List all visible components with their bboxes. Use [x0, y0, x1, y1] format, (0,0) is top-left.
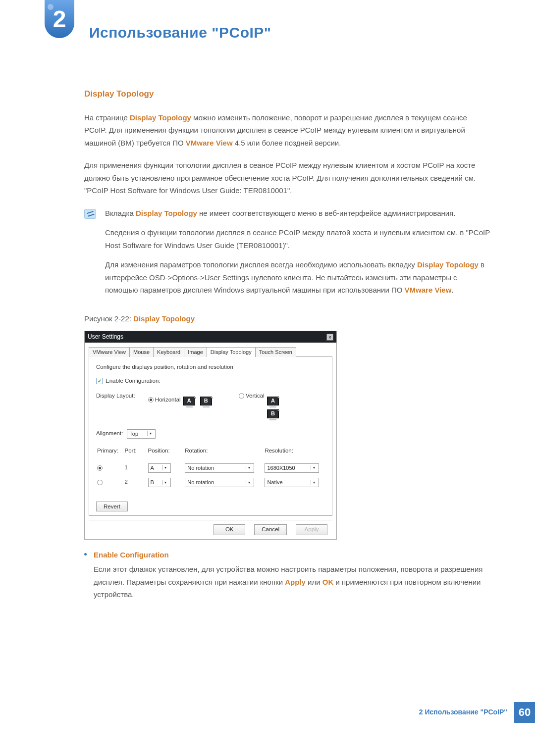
port-value: 2	[125, 476, 147, 489]
tab-touch-screen[interactable]: Touch Screen	[255, 347, 296, 357]
text: Для изменения параметров топологии диспл…	[105, 260, 417, 269]
footer-chapter-ref: 2 Использование "PCoIP"	[419, 706, 514, 718]
display-layout-label: Display Layout:	[96, 393, 135, 400]
text: или	[306, 578, 322, 586]
position-value: B	[151, 479, 154, 486]
tab-mouse[interactable]: Mouse	[129, 347, 154, 357]
tab-row: VMware View Mouse Keyboard Image Display…	[85, 343, 336, 356]
tab-vmware-view[interactable]: VMware View	[89, 347, 130, 357]
note-icon	[84, 209, 96, 219]
tab-keyboard[interactable]: Keyboard	[153, 347, 184, 357]
text: не имеет соответствующего меню в веб-инт…	[197, 209, 456, 217]
chapter-number-badge: 2	[45, 0, 74, 38]
position-select-2[interactable]: B▾	[148, 478, 171, 487]
apply-button[interactable]: Apply	[296, 524, 327, 535]
table-row: 1 A▾ No rotation▾ 1680X1050▾	[97, 461, 324, 475]
resolution-select-1[interactable]: 1680X1050▾	[265, 463, 319, 473]
text: Вкладка	[105, 209, 136, 217]
text: 4.5 или более поздней версии.	[233, 139, 341, 147]
bullet-icon	[84, 553, 87, 555]
figure-caption: Рисунок 2-22: Display Topology	[84, 312, 490, 325]
instruction-text: Configure the displays position, rotatio…	[96, 364, 325, 371]
section-heading: Display Topology	[84, 87, 490, 101]
table-row: 2 B▾ No rotation▾ Native▾	[97, 476, 324, 489]
text: .	[451, 286, 453, 294]
position-value: A	[151, 465, 154, 471]
radio-horizontal[interactable]	[148, 397, 154, 403]
alignment-value: Top	[129, 431, 138, 437]
monitor-a-icon: A	[183, 397, 195, 405]
col-port: Port:	[125, 448, 147, 460]
paragraph-2: Для применения функции топологии дисплея…	[84, 159, 490, 197]
note-paragraph-1: Вкладка Display Topology не имеет соотве…	[105, 207, 490, 220]
primary-radio-2[interactable]	[97, 480, 103, 485]
tab-display-topology[interactable]: Display Topology	[207, 347, 256, 357]
page-number-badge: 60	[514, 702, 535, 723]
tab-image[interactable]: Image	[184, 347, 207, 357]
chevron-down-icon: ▾	[246, 480, 252, 485]
bold-term: Display Topology	[133, 314, 195, 323]
page-footer: 2 Использование "PCoIP" 60	[0, 702, 535, 723]
resolution-select-2[interactable]: Native▾	[265, 478, 319, 487]
bold-term: Apply	[285, 578, 306, 586]
monitor-a-icon: A	[267, 397, 279, 405]
window-titlebar: User Settings ×	[85, 331, 336, 342]
note-paragraph-2: Сведения о функции топологии дисплея в с…	[105, 226, 490, 252]
resolution-value: 1680X1050	[267, 465, 295, 471]
bold-term: Display Topology	[136, 209, 197, 217]
cancel-button[interactable]: Cancel	[254, 524, 287, 535]
chevron-down-icon: ▾	[311, 480, 317, 485]
enable-configuration-checkbox[interactable]: ✓	[96, 378, 103, 384]
close-icon[interactable]: ×	[326, 334, 333, 341]
resolution-value: Native	[267, 479, 282, 486]
note-paragraph-3: Для изменения параметров топологии диспл…	[105, 258, 490, 297]
window-title: User Settings	[88, 333, 123, 340]
primary-radio-1[interactable]	[97, 465, 103, 471]
radio-vertical[interactable]	[239, 393, 244, 399]
display-table: Primary: Port: Position: Rotation: Resol…	[96, 447, 325, 490]
chevron-down-icon: ▾	[246, 465, 252, 470]
monitor-b-icon: B	[200, 397, 212, 405]
text: На странице	[84, 113, 130, 122]
chevron-down-icon: ▾	[162, 465, 168, 470]
bold-term: Display Topology	[130, 113, 191, 122]
monitor-b-icon: B	[267, 409, 279, 418]
chapter-header: 2 Использование "PCoIP"	[45, 10, 490, 45]
rotation-value: No rotation	[187, 465, 214, 471]
ok-button[interactable]: OK	[214, 524, 245, 535]
col-primary: Primary:	[97, 448, 124, 460]
bold-term: Display Topology	[417, 260, 479, 269]
rotation-value: No rotation	[187, 479, 214, 486]
bold-term: VMware View	[405, 286, 452, 294]
chevron-down-icon: ▾	[162, 480, 168, 485]
text: Рисунок 2-22:	[84, 314, 133, 323]
port-value: 1	[125, 461, 147, 475]
paragraph-1: На странице Display Topology можно измен…	[84, 111, 490, 150]
bold-term: VMware View	[186, 139, 233, 147]
enable-configuration-label: Enable Configuration:	[106, 378, 160, 385]
rotation-select-1[interactable]: No rotation▾	[185, 463, 254, 473]
chevron-down-icon: ▾	[311, 465, 317, 470]
radio-vertical-label: Vertical	[246, 393, 265, 399]
bold-term: OK	[322, 578, 334, 586]
bullet-title: Enable Configuration	[94, 549, 490, 561]
col-rotation: Rotation:	[185, 448, 264, 460]
rotation-select-2[interactable]: No rotation▾	[185, 478, 254, 487]
position-select-1[interactable]: A▾	[148, 463, 171, 473]
bullet-body: Если этот флажок установлен, для устройс…	[94, 563, 490, 601]
chevron-down-icon: ▾	[147, 431, 153, 436]
chapter-title: Использование "PCoIP"	[89, 10, 271, 45]
revert-button[interactable]: Revert	[96, 502, 128, 511]
col-position: Position:	[148, 448, 184, 460]
col-resolution: Resolution:	[265, 448, 324, 460]
radio-horizontal-label: Horizontal	[155, 397, 181, 403]
alignment-select[interactable]: Top▾	[127, 429, 156, 439]
alignment-label: Alignment:	[96, 430, 123, 437]
user-settings-window: User Settings × VMware View Mouse Keyboa…	[84, 331, 337, 539]
